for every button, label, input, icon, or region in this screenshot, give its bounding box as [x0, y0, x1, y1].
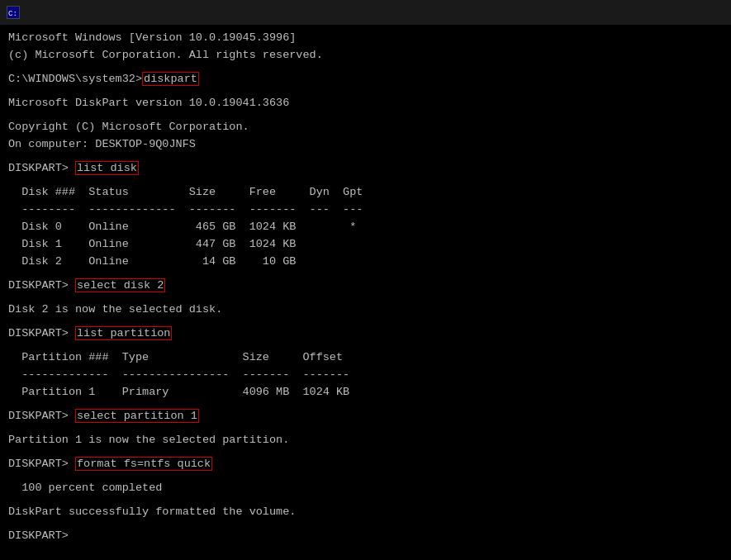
blank-line: [8, 343, 723, 349]
blank-line: [8, 521, 723, 528]
command-line: DISKPART> list disk: [8, 160, 723, 178]
prompt-text: DISKPART>: [8, 458, 75, 470]
terminal-text-line: -------- ------------- ------- ------- -…: [8, 202, 723, 219]
terminal-text-line: Microsoft DiskPart version 10.0.19041.36…: [8, 95, 723, 112]
terminal-text-line: On computer: DESKTOP-9Q0JNFS: [8, 136, 723, 154]
command-line: DISKPART> select partition 1: [8, 408, 723, 425]
terminal-text-line: DiskPart successfully formatted the volu…: [8, 504, 723, 521]
blank-line: [8, 88, 723, 95]
svg-text:C:: C:: [8, 10, 17, 18]
close-button[interactable]: [686, 0, 724, 25]
command-text: list disk: [75, 161, 139, 175]
command-text: list partition: [75, 326, 172, 340]
command-line: C:\WINDOWS\system32>diskpart: [8, 71, 723, 88]
blank-line: [8, 448, 723, 455]
terminal-text-line: (c) Microsoft Corporation. All rights re…: [8, 47, 723, 64]
blank-line: [8, 401, 723, 407]
prompt-text: DISKPART>: [8, 279, 75, 292]
terminal-text-line: Partition 1 Primary 4096 MB 1024 KB: [8, 384, 723, 401]
terminal-text-line: Disk 2 Online 14 GB 10 GB: [8, 254, 723, 271]
cmd-icon: C:: [7, 6, 20, 19]
command-line: DISKPART> list partition: [8, 325, 723, 343]
blank-line: [8, 295, 723, 301]
blank-line: [8, 178, 723, 184]
terminal-text-line: Microsoft Windows [Version 10.0.19045.39…: [8, 30, 723, 47]
title-bar-left: C:: [7, 6, 25, 19]
prompt-text: C:\WINDOWS\system32>: [8, 73, 142, 85]
window-controls: [610, 0, 724, 25]
terminal-text-line: Disk 0 Online 465 GB 1024 KB *: [8, 219, 723, 236]
command-text: select partition 1: [75, 409, 199, 423]
blank-line: [8, 112, 723, 119]
command-text: select disk 2: [75, 278, 165, 292]
terminal-text-line: Copyright (C) Microsoft Corporation.: [8, 119, 723, 136]
window: C: Microsoft Windows [Version 10.0.19045…: [0, 0, 731, 550]
blank-line: [8, 319, 723, 325]
terminal-text-line: 100 percent completed: [8, 480, 723, 497]
blank-line: [8, 472, 723, 479]
command-text: diskpart: [142, 72, 199, 86]
terminal-text-line: Partition 1 is now the selected partitio…: [8, 432, 723, 449]
prompt-text: DISKPART>: [8, 327, 75, 339]
blank-line: [8, 497, 723, 504]
blank-line: [8, 64, 723, 71]
blank-line: [8, 425, 723, 431]
maximize-button[interactable]: [648, 0, 686, 25]
command-text: format fs=ntfs quick: [75, 457, 212, 471]
command-line: DISKPART> format fs=ntfs quick: [8, 456, 723, 473]
prompt-only-line: DISKPART>: [8, 528, 723, 545]
blank-line: [8, 154, 723, 160]
terminal-text-line: Disk ### Status Size Free Dyn Gpt: [8, 184, 723, 202]
terminal-text-line: Disk 2 is now the selected disk.: [8, 301, 723, 319]
terminal-body: Microsoft Windows [Version 10.0.19045.39…: [0, 25, 731, 550]
terminal-text-line: Disk 1 Online 447 GB 1024 KB: [8, 236, 723, 254]
blank-line: [8, 271, 723, 278]
terminal-text-line: Partition ### Type Size Offset: [8, 349, 723, 367]
terminal-text-line: ------------- ---------------- ------- -…: [8, 367, 723, 384]
prompt-text: DISKPART>: [8, 162, 75, 174]
title-bar: C:: [0, 0, 731, 25]
minimize-button[interactable]: [610, 0, 648, 25]
command-line: DISKPART> select disk 2: [8, 278, 723, 295]
terminal-output: Microsoft Windows [Version 10.0.19045.39…: [8, 30, 723, 545]
prompt-text: DISKPART>: [8, 410, 75, 422]
